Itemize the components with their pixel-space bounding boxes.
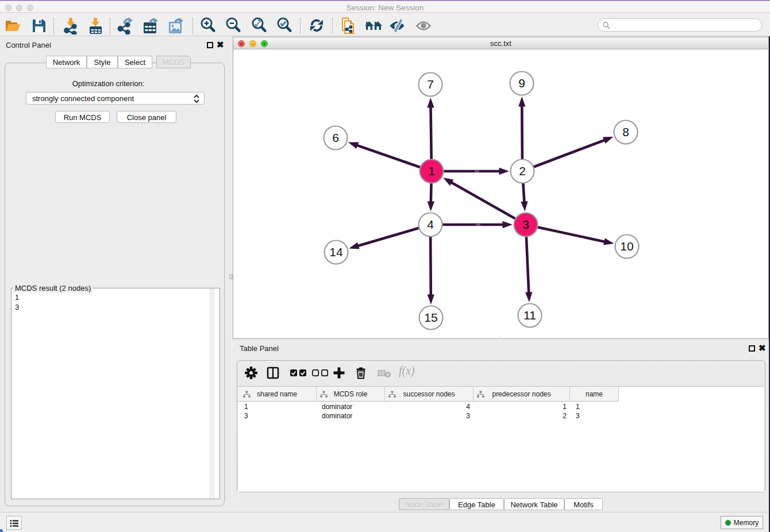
svg-text:9: 9 — [518, 76, 525, 90]
svg-text:11: 11 — [523, 309, 536, 322]
svg-text:10: 10 — [620, 240, 633, 253]
svg-text:1: 1 — [428, 164, 435, 178]
svg-text:3: 3 — [522, 218, 529, 231]
svg-text:14: 14 — [329, 245, 343, 259]
svg-text:2: 2 — [519, 164, 526, 178]
svg-text:7: 7 — [427, 78, 434, 91]
svg-text:4: 4 — [427, 218, 434, 231]
svg-text:6: 6 — [332, 131, 339, 144]
svg-text:15: 15 — [424, 311, 437, 324]
svg-text:8: 8 — [622, 125, 629, 138]
